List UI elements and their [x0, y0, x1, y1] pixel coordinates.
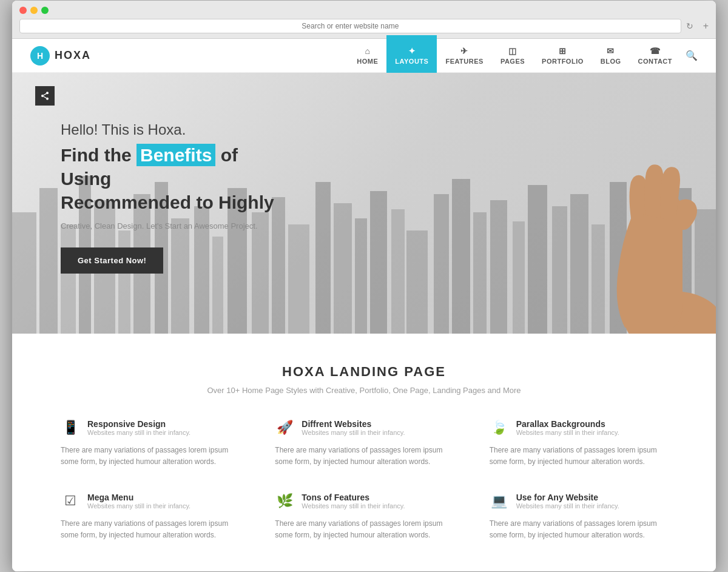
feature-item: 📱 Responsive Design Websites many still …	[61, 419, 238, 468]
feature-name-2: Parallax Backgrounds	[516, 419, 619, 429]
svg-line-3	[44, 96, 47, 98]
svg-rect-24	[391, 209, 405, 334]
nav-blog-link[interactable]: ✉ BLOG	[592, 35, 630, 76]
svg-point-2	[46, 98, 49, 100]
hero-subtitle: Creative, Clean Design. Let's Start an A…	[61, 221, 279, 230]
layouts-icon: ✦	[408, 46, 416, 56]
feature-item: 🌿 Tons of Features Websites many still i…	[275, 493, 453, 541]
feature-tagline-5: Websites many still in their infancy.	[516, 502, 619, 510]
get-started-button[interactable]: Get Started Now!	[61, 247, 163, 274]
nav-pages-link[interactable]: ◫ PAGES	[492, 35, 533, 76]
feature-desc-5: There are many variations of passages lo…	[490, 518, 667, 541]
feature-tagline-0: Websites many still in their infancy.	[87, 429, 190, 436]
logo-text: HOXA	[55, 49, 91, 62]
pages-icon: ◫	[508, 46, 517, 56]
search-button[interactable]: 🔍	[686, 50, 698, 61]
feature-tagline-1: Websites many still in their infancy.	[302, 429, 405, 436]
feature-desc-2: There are many variations of passages lo…	[490, 445, 667, 468]
feature-icon-2: 🍃	[490, 420, 509, 436]
nav-features[interactable]: ✈ FEATURES	[437, 35, 491, 76]
svg-point-1	[41, 95, 44, 97]
feature-icon-1: 🚀	[275, 420, 294, 436]
svg-point-0	[46, 92, 49, 94]
features-grid: 📱 Responsive Design Websites many still …	[61, 419, 667, 541]
svg-rect-23	[370, 191, 387, 334]
new-tab-button[interactable]: +	[703, 21, 709, 32]
share-icon-button[interactable]	[35, 86, 55, 106]
logo-icon: H	[30, 46, 50, 66]
nav-blog[interactable]: ✉ BLOG	[592, 35, 630, 76]
feature-icon-0: 📱	[61, 420, 80, 436]
home-icon: ⌂	[365, 46, 370, 56]
nav-links: ⌂ HOME ✦ LAYOUTS ✈ FEATURES	[348, 35, 681, 76]
feature-icon-5: 💻	[490, 493, 509, 509]
svg-line-4	[44, 93, 47, 95]
features-subtitle: Over 10+ Home Page Styles with Creative,…	[61, 386, 667, 395]
blog-icon: ✉	[607, 46, 615, 56]
nav-contact-link[interactable]: ☎ CONTACT	[630, 35, 681, 76]
nav-pages[interactable]: ◫ PAGES	[492, 35, 533, 76]
svg-rect-27	[452, 179, 470, 334]
feature-name-3: Mega Menu	[87, 493, 190, 502]
feature-name-1: Diffrent Websites	[302, 419, 405, 429]
hero-section: Hello! This is Hoxa. Find the Benefits o…	[12, 73, 716, 334]
nav-portfolio[interactable]: ⊞ PORTFOLIO	[533, 35, 592, 76]
browser-window: ↻ + H HOXA ⌂	[12, 1, 716, 571]
feature-item: ☑ Mega Menu Websites many still in their…	[61, 493, 238, 541]
hand-svg	[576, 97, 716, 334]
feature-header-0: 📱 Responsive Design Websites many still …	[61, 419, 238, 436]
feature-icon-3: ☑	[61, 493, 80, 509]
nav-home[interactable]: ⌂ HOME	[348, 35, 386, 76]
feature-item: 🚀 Diffrent Websites Websites many still …	[275, 419, 453, 468]
hero-title: Find the Benefits of Using Recommended t…	[61, 143, 279, 214]
svg-rect-28	[473, 212, 487, 334]
url-input[interactable]	[19, 19, 681, 33]
feature-header-4: 🌿 Tons of Features Websites many still i…	[275, 493, 453, 510]
hero-hello: Hello! This is Hoxa.	[61, 121, 279, 138]
features-title: HOXA LANDING PAGE	[61, 364, 667, 380]
logo-area[interactable]: H HOXA	[30, 46, 91, 66]
feature-tagline-4: Websites many still in their infancy.	[302, 502, 405, 510]
feature-desc-3: There are many variations of passages lo…	[61, 518, 238, 541]
svg-rect-26	[434, 194, 449, 334]
hero-highlight: Benefits	[136, 144, 215, 166]
feature-header-2: 🍃 Parallax Backgrounds Websites many sti…	[490, 419, 667, 436]
feature-name-5: Use for Any Website	[516, 493, 619, 502]
features-icon: ✈	[460, 46, 468, 56]
feature-name-4: Tons of Features	[302, 493, 405, 502]
hero-content: Hello! This is Hoxa. Find the Benefits o…	[12, 73, 328, 274]
svg-rect-22	[355, 218, 367, 334]
portfolio-icon: ⊞	[559, 46, 567, 56]
feature-item: 🍃 Parallax Backgrounds Websites many sti…	[490, 419, 667, 468]
nav-contact[interactable]: ☎ CONTACT	[630, 35, 681, 76]
feature-header-5: 💻 Use for Any Website Websites many stil…	[490, 493, 667, 510]
nav-home-link[interactable]: ⌂ HOME	[348, 35, 386, 76]
contact-icon: ☎	[650, 46, 661, 56]
nav-layouts[interactable]: ✦ LAYOUTS	[386, 35, 437, 76]
nav-layouts-link[interactable]: ✦ LAYOUTS	[386, 35, 437, 76]
close-dot[interactable]	[19, 7, 27, 14]
feature-icon-4: 🌿	[275, 493, 294, 509]
nav-features-link[interactable]: ✈ FEATURES	[437, 35, 491, 76]
browser-traffic-lights	[19, 7, 709, 14]
browser-chrome: ↻ +	[12, 1, 716, 39]
feature-item: 💻 Use for Any Website Websites many stil…	[490, 493, 667, 541]
main-nav: H HOXA ⌂ HOME ✦ LAYOUTS	[12, 39, 716, 73]
website-content: H HOXA ⌂ HOME ✦ LAYOUTS	[12, 39, 716, 571]
feature-header-1: 🚀 Diffrent Websites Websites many still …	[275, 419, 453, 436]
feature-desc-1: There are many variations of passages lo…	[275, 445, 453, 468]
svg-rect-25	[406, 230, 428, 334]
maximize-dot[interactable]	[41, 7, 49, 14]
features-section: HOXA LANDING PAGE Over 10+ Home Page Sty…	[12, 334, 716, 571]
feature-desc-4: There are many variations of passages lo…	[275, 518, 453, 541]
feature-header-3: ☑ Mega Menu Websites many still in their…	[61, 493, 238, 510]
refresh-icon[interactable]: ↻	[686, 21, 696, 31]
minimize-dot[interactable]	[30, 7, 38, 14]
nav-portfolio-link[interactable]: ⊞ PORTFOLIO	[533, 35, 592, 76]
svg-rect-21	[334, 203, 352, 334]
feature-tagline-3: Websites many still in their infancy.	[87, 502, 190, 510]
feature-name-0: Responsive Design	[87, 419, 190, 429]
feature-tagline-2: Websites many still in their infancy.	[516, 429, 619, 436]
features-header: HOXA LANDING PAGE Over 10+ Home Page Sty…	[61, 364, 667, 395]
phone-hand-area: H HOXA 7 DiffrentWebsitesfor your BUSINE…	[485, 85, 667, 334]
